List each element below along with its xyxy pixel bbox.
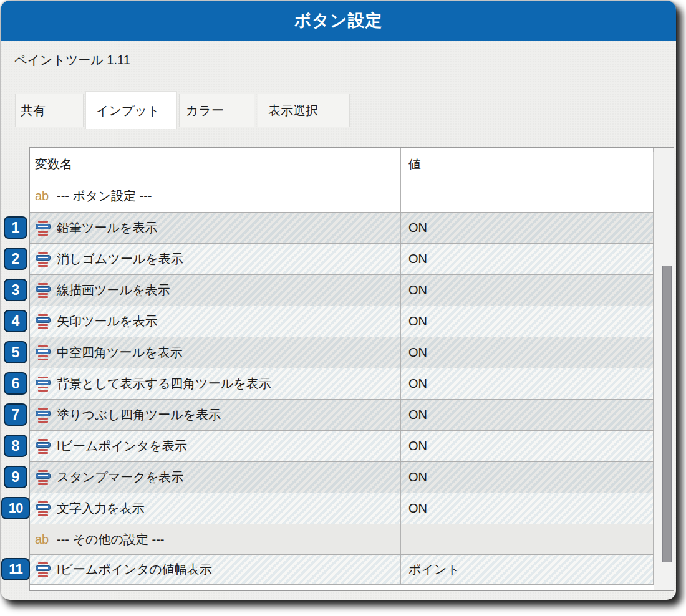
dialog-title: ボタン設定 (294, 9, 383, 32)
enum-list-icon (35, 408, 51, 423)
parameter-row[interactable]: 鉛筆ツールを表示ON (30, 213, 654, 244)
vertical-scrollbar[interactable] (654, 148, 674, 590)
value-text: ON (408, 439, 427, 453)
value-cell[interactable]: ON (401, 462, 654, 493)
tab-inputs[interactable]: インプット (85, 91, 177, 129)
scrollbar-thumb[interactable] (662, 266, 672, 562)
variable-name-cell[interactable]: Iビームポインタの値幅表示 (30, 555, 401, 584)
variable-name-label: 鉛筆ツールを表示 (57, 219, 157, 236)
enum-list-icon (35, 252, 51, 267)
variable-name-cell[interactable]: 中空四角ツールを表示 (30, 337, 401, 368)
value-cell[interactable]: ON (401, 213, 654, 243)
enum-list-icon (35, 501, 51, 516)
som-badge-8: 8 (4, 435, 27, 457)
variable-name-label: Iビームポインタを表示 (57, 438, 187, 455)
column-header-value: 値 (401, 148, 654, 180)
tab-label: 表示選択 (268, 102, 318, 119)
parameter-row[interactable]: 線描画ツールを表示ON (30, 275, 654, 306)
dialog-titlebar: ボタン設定 (1, 1, 676, 41)
value-cell[interactable]: ON (401, 275, 654, 306)
value-cell[interactable]: ON (401, 337, 654, 368)
value-text: ON (408, 470, 427, 484)
variable-name-cell[interactable]: 消しゴムツールを表示 (30, 244, 401, 274)
parameter-row[interactable]: 背景として表示する四角ツールを表示ON (30, 368, 654, 400)
enum-list-icon (35, 377, 51, 392)
variable-name-cell[interactable]: 鉛筆ツールを表示 (30, 213, 401, 243)
tab-label: カラー (186, 102, 224, 119)
som-badge-2: 2 (4, 248, 27, 270)
tab-visualization[interactable]: 表示選択 (258, 94, 350, 127)
variable-name-label: 塗りつぶし四角ツールを表示 (57, 407, 221, 423)
parameter-row[interactable]: 中空四角ツールを表示ON (30, 337, 654, 368)
som-badge-1: 1 (4, 216, 27, 239)
parameter-row[interactable]: 消しゴムツールを表示ON (30, 244, 654, 275)
value-cell[interactable]: ON (401, 431, 654, 461)
value-text: ON (408, 221, 427, 235)
parameter-row[interactable]: 矢印ツールを表示ON (30, 306, 654, 337)
value-text: ON (408, 377, 427, 391)
value-cell[interactable]: ON (401, 306, 654, 337)
parameter-row[interactable]: 塗りつぶし四角ツールを表示ON (30, 400, 654, 431)
value-cell[interactable]: ON (401, 493, 654, 524)
settings-dialog: ボタン設定 ペイントツール 1.11 共有インプットカラー表示選択 変数名 値 … (1, 1, 676, 600)
string-ab-icon: ab (35, 189, 51, 203)
parameter-row[interactable]: Iビームポインタを表示ON (30, 431, 654, 462)
variable-name-label: 文字入力を表示 (57, 500, 144, 517)
som-badge-3: 3 (4, 279, 27, 301)
som-badge-9: 9 (4, 466, 27, 488)
som-badge-5: 5 (4, 341, 27, 363)
enum-list-icon (35, 470, 51, 485)
variable-name-label: 矢印ツールを表示 (57, 313, 157, 330)
som-badge-4: 4 (4, 310, 27, 332)
column-header-variable: 変数名 (30, 148, 401, 180)
enum-list-icon (35, 283, 51, 298)
variable-name-label: 線描画ツールを表示 (57, 282, 170, 299)
value-text: ポイント (408, 561, 460, 578)
section-row: ab--- その他の設定 --- (30, 524, 654, 555)
value-cell[interactable]: ON (401, 244, 654, 274)
value-cell (401, 524, 654, 554)
enum-list-icon (35, 221, 51, 236)
variable-name-cell[interactable]: Iビームポインタを表示 (30, 431, 401, 461)
value-cell[interactable]: ON (401, 400, 654, 430)
enum-list-icon (35, 314, 51, 329)
parameter-row[interactable]: Iビームポインタの値幅表示ポイント (30, 555, 654, 585)
variable-name-cell: ab--- その他の設定 --- (30, 524, 401, 554)
tab-common[interactable]: 共有 (15, 94, 84, 127)
tab-colors[interactable]: カラー (179, 94, 254, 127)
section-row: ab--- ボタン設定 --- (30, 180, 654, 213)
parameter-row[interactable]: スタンプマークを表示ON (30, 462, 654, 493)
value-text: ON (408, 501, 427, 516)
variable-name-label: 中空四角ツールを表示 (57, 344, 182, 361)
parameter-row[interactable]: 文字入力を表示ON (30, 493, 654, 524)
value-text: ON (408, 314, 427, 329)
value-text: ON (408, 408, 427, 422)
variable-name-cell[interactable]: 塗りつぶし四角ツールを表示 (30, 400, 401, 430)
tab-label: 共有 (21, 102, 46, 119)
table-header-row: 変数名 値 (30, 148, 654, 180)
enum-list-icon (35, 345, 51, 360)
variable-name-label: --- その他の設定 --- (57, 531, 164, 548)
value-cell[interactable]: ON (401, 368, 654, 399)
variable-name-cell[interactable]: スタンプマークを表示 (30, 462, 401, 493)
variable-name-label: --- ボタン設定 --- (57, 188, 152, 205)
variable-name-cell[interactable]: 矢印ツールを表示 (30, 306, 401, 337)
variable-name-cell[interactable]: 文字入力を表示 (30, 493, 401, 524)
value-text: ON (408, 252, 427, 266)
tab-bar: 共有インプットカラー表示選択 (15, 91, 352, 127)
som-badge-7: 7 (4, 403, 27, 426)
som-badge-10: 10 (1, 497, 30, 519)
parameters-table: 変数名 値 ab--- ボタン設定 ---鉛筆ツールを表示ON消しゴムツールを表… (29, 147, 674, 591)
variable-name-cell[interactable]: 線描画ツールを表示 (30, 275, 401, 306)
enum-list-icon (35, 439, 51, 454)
value-text: ON (408, 345, 427, 360)
value-text: ON (408, 283, 427, 297)
enum-list-icon (35, 562, 51, 577)
variable-name-label: スタンプマークを表示 (57, 469, 183, 486)
variable-name-cell[interactable]: 背景として表示する四角ツールを表示 (30, 368, 401, 399)
value-cell[interactable]: ポイント (401, 555, 654, 584)
som-badge-6: 6 (4, 372, 27, 395)
variable-name-label: Iビームポインタの値幅表示 (57, 561, 212, 578)
tab-label: インプット (96, 102, 160, 119)
som-badge-11: 11 (1, 558, 30, 580)
